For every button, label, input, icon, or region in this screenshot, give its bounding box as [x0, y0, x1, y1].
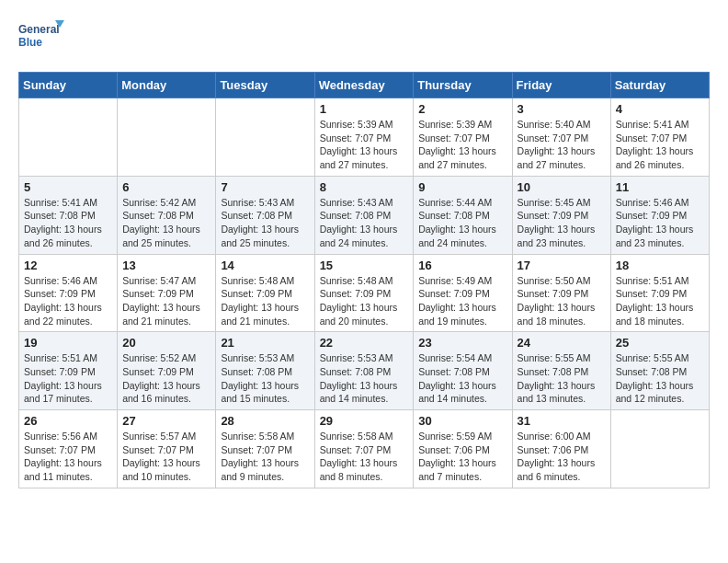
- calendar-cell: 23Sunrise: 5:54 AM Sunset: 7:08 PM Dayli…: [414, 332, 512, 410]
- day-number: 18: [616, 259, 704, 272]
- calendar-cell: 30Sunrise: 5:59 AM Sunset: 7:06 PM Dayli…: [414, 410, 512, 488]
- calendar-week-4: 19Sunrise: 5:51 AM Sunset: 7:09 PM Dayli…: [19, 332, 710, 410]
- day-info: Sunrise: 5:46 AM Sunset: 7:09 PM Dayligh…: [616, 196, 704, 250]
- calendar-cell: 25Sunrise: 5:55 AM Sunset: 7:08 PM Dayli…: [610, 332, 709, 410]
- day-number: 23: [418, 336, 506, 350]
- calendar-week-2: 5Sunrise: 5:41 AM Sunset: 7:08 PM Daylig…: [19, 176, 710, 254]
- day-info: Sunrise: 5:58 AM Sunset: 7:07 PM Dayligh…: [221, 430, 309, 484]
- day-number: 10: [518, 180, 606, 194]
- day-info: Sunrise: 5:50 AM Sunset: 7:09 PM Dayligh…: [518, 274, 606, 328]
- day-info: Sunrise: 5:57 AM Sunset: 7:07 PM Dayligh…: [122, 430, 210, 484]
- calendar-cell: 9Sunrise: 5:44 AM Sunset: 7:08 PM Daylig…: [414, 176, 512, 254]
- day-header-thursday: Thursday: [414, 73, 512, 98]
- day-info: Sunrise: 5:43 AM Sunset: 7:08 PM Dayligh…: [320, 196, 409, 250]
- day-number: 31: [518, 414, 606, 428]
- day-info: Sunrise: 5:51 AM Sunset: 7:09 PM Dayligh…: [24, 351, 112, 406]
- calendar-table: SundayMondayTuesdayWednesdayThursdayFrid…: [18, 72, 710, 488]
- calendar-cell: [216, 98, 314, 177]
- calendar-cell: 20Sunrise: 5:52 AM Sunset: 7:09 PM Dayli…: [118, 332, 216, 410]
- calendar-cell: 6Sunrise: 5:42 AM Sunset: 7:08 PM Daylig…: [118, 176, 216, 254]
- calendar-cell: [610, 410, 709, 488]
- calendar-cell: 29Sunrise: 5:58 AM Sunset: 7:07 PM Dayli…: [314, 410, 414, 488]
- day-info: Sunrise: 5:45 AM Sunset: 7:09 PM Dayligh…: [518, 196, 606, 250]
- day-info: Sunrise: 5:55 AM Sunset: 7:08 PM Dayligh…: [518, 351, 606, 406]
- calendar-cell: 16Sunrise: 5:49 AM Sunset: 7:09 PM Dayli…: [414, 254, 512, 332]
- calendar-cell: 15Sunrise: 5:48 AM Sunset: 7:09 PM Dayli…: [314, 254, 414, 332]
- day-number: 5: [24, 180, 112, 194]
- day-number: 16: [418, 259, 506, 272]
- day-info: Sunrise: 5:56 AM Sunset: 7:07 PM Dayligh…: [24, 430, 112, 484]
- calendar-cell: [118, 98, 216, 177]
- svg-text:Blue: Blue: [18, 36, 42, 49]
- logo: General Blue: [18, 18, 64, 57]
- day-number: 11: [616, 180, 704, 194]
- calendar-cell: 3Sunrise: 5:40 AM Sunset: 7:07 PM Daylig…: [512, 98, 610, 177]
- calendar-cell: [19, 98, 118, 177]
- day-info: Sunrise: 5:52 AM Sunset: 7:09 PM Dayligh…: [122, 351, 210, 406]
- day-info: Sunrise: 5:55 AM Sunset: 7:08 PM Dayligh…: [616, 351, 704, 406]
- day-number: 3: [518, 102, 606, 116]
- day-info: Sunrise: 5:53 AM Sunset: 7:08 PM Dayligh…: [320, 351, 409, 406]
- calendar-cell: 4Sunrise: 5:41 AM Sunset: 7:07 PM Daylig…: [610, 98, 709, 177]
- day-info: Sunrise: 5:39 AM Sunset: 7:07 PM Dayligh…: [418, 118, 506, 172]
- day-number: 29: [320, 414, 409, 428]
- day-info: Sunrise: 5:53 AM Sunset: 7:08 PM Dayligh…: [221, 351, 309, 406]
- calendar-cell: 21Sunrise: 5:53 AM Sunset: 7:08 PM Dayli…: [216, 332, 314, 410]
- day-info: Sunrise: 6:00 AM Sunset: 7:06 PM Dayligh…: [518, 430, 606, 484]
- day-info: Sunrise: 5:48 AM Sunset: 7:09 PM Dayligh…: [221, 274, 309, 328]
- day-number: 17: [518, 259, 606, 272]
- day-info: Sunrise: 5:41 AM Sunset: 7:07 PM Dayligh…: [616, 118, 704, 172]
- day-number: 26: [24, 414, 112, 428]
- day-number: 7: [221, 180, 309, 194]
- svg-text:General: General: [18, 23, 60, 36]
- calendar-cell: 26Sunrise: 5:56 AM Sunset: 7:07 PM Dayli…: [19, 410, 118, 488]
- day-info: Sunrise: 5:46 AM Sunset: 7:09 PM Dayligh…: [24, 274, 112, 328]
- day-number: 24: [518, 336, 606, 350]
- calendar-cell: 11Sunrise: 5:46 AM Sunset: 7:09 PM Dayli…: [610, 176, 709, 254]
- logo-icon: General Blue: [18, 18, 64, 57]
- day-number: 20: [122, 336, 210, 350]
- calendar-cell: 17Sunrise: 5:50 AM Sunset: 7:09 PM Dayli…: [512, 254, 610, 332]
- calendar-cell: 12Sunrise: 5:46 AM Sunset: 7:09 PM Dayli…: [19, 254, 118, 332]
- day-info: Sunrise: 5:44 AM Sunset: 7:08 PM Dayligh…: [418, 196, 506, 250]
- calendar-cell: 18Sunrise: 5:51 AM Sunset: 7:09 PM Dayli…: [610, 254, 709, 332]
- calendar-cell: 2Sunrise: 5:39 AM Sunset: 7:07 PM Daylig…: [414, 98, 512, 177]
- day-number: 2: [418, 102, 506, 116]
- day-info: Sunrise: 5:59 AM Sunset: 7:06 PM Dayligh…: [418, 430, 506, 484]
- calendar-header-row: SundayMondayTuesdayWednesdayThursdayFrid…: [19, 73, 710, 98]
- calendar-cell: 1Sunrise: 5:39 AM Sunset: 7:07 PM Daylig…: [314, 98, 414, 177]
- day-number: 13: [122, 259, 210, 272]
- day-info: Sunrise: 5:42 AM Sunset: 7:08 PM Dayligh…: [122, 196, 210, 250]
- day-info: Sunrise: 5:49 AM Sunset: 7:09 PM Dayligh…: [418, 274, 506, 328]
- day-info: Sunrise: 5:43 AM Sunset: 7:08 PM Dayligh…: [221, 196, 309, 250]
- day-header-wednesday: Wednesday: [314, 73, 414, 98]
- day-number: 4: [616, 102, 704, 116]
- day-number: 28: [221, 414, 309, 428]
- calendar-cell: 10Sunrise: 5:45 AM Sunset: 7:09 PM Dayli…: [512, 176, 610, 254]
- day-info: Sunrise: 5:58 AM Sunset: 7:07 PM Dayligh…: [320, 430, 409, 484]
- day-number: 9: [418, 180, 506, 194]
- day-number: 15: [320, 259, 409, 272]
- calendar-cell: 24Sunrise: 5:55 AM Sunset: 7:08 PM Dayli…: [512, 332, 610, 410]
- day-number: 6: [122, 180, 210, 194]
- day-number: 1: [320, 102, 409, 116]
- calendar-cell: 19Sunrise: 5:51 AM Sunset: 7:09 PM Dayli…: [19, 332, 118, 410]
- day-header-monday: Monday: [118, 73, 216, 98]
- calendar-week-5: 26Sunrise: 5:56 AM Sunset: 7:07 PM Dayli…: [19, 410, 710, 488]
- day-header-saturday: Saturday: [610, 73, 709, 98]
- day-number: 22: [320, 336, 409, 350]
- calendar-cell: 22Sunrise: 5:53 AM Sunset: 7:08 PM Dayli…: [314, 332, 414, 410]
- calendar-cell: 13Sunrise: 5:47 AM Sunset: 7:09 PM Dayli…: [118, 254, 216, 332]
- day-number: 27: [122, 414, 210, 428]
- calendar-cell: 7Sunrise: 5:43 AM Sunset: 7:08 PM Daylig…: [216, 176, 314, 254]
- day-number: 19: [24, 336, 112, 350]
- day-number: 12: [24, 259, 112, 272]
- day-number: 30: [418, 414, 506, 428]
- day-number: 14: [221, 259, 309, 272]
- day-info: Sunrise: 5:39 AM Sunset: 7:07 PM Dayligh…: [320, 118, 409, 172]
- page-header: General Blue: [18, 18, 710, 57]
- day-info: Sunrise: 5:54 AM Sunset: 7:08 PM Dayligh…: [418, 351, 506, 406]
- day-info: Sunrise: 5:51 AM Sunset: 7:09 PM Dayligh…: [616, 274, 704, 328]
- day-header-sunday: Sunday: [19, 73, 118, 98]
- calendar-week-3: 12Sunrise: 5:46 AM Sunset: 7:09 PM Dayli…: [19, 254, 710, 332]
